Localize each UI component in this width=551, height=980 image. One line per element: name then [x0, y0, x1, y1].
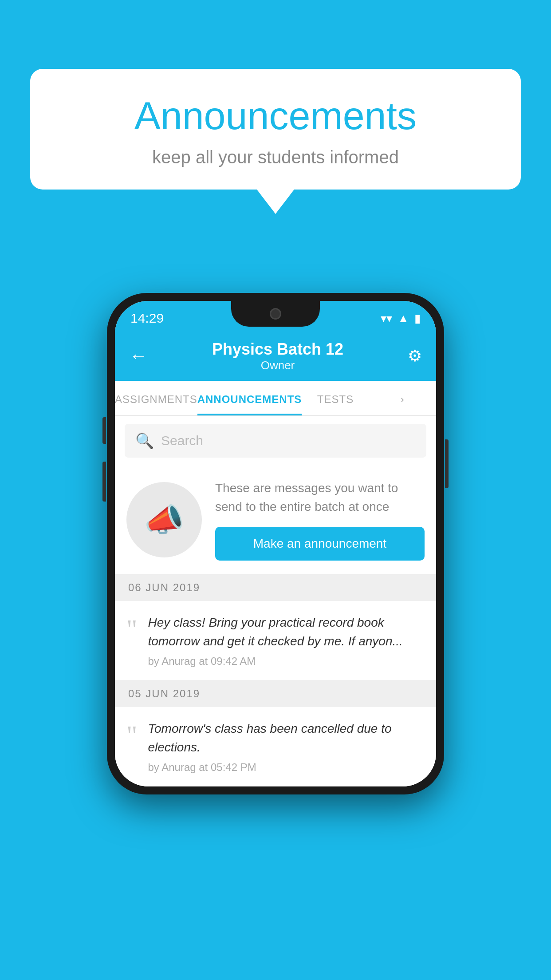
megaphone-circle: 📣: [126, 482, 202, 557]
speech-bubble-card: Announcements keep all your students inf…: [30, 69, 521, 190]
wifi-icon: ▾▾: [381, 312, 392, 325]
phone-volume-down-button: [102, 462, 106, 502]
tabs-bar: ASSIGNMENTS ANNOUNCEMENTS TESTS ›: [115, 381, 436, 416]
batch-role: Owner: [148, 359, 408, 372]
date-separator-2: 05 JUN 2019: [115, 680, 436, 707]
phone-power-button: [445, 439, 449, 488]
tab-announcements[interactable]: ANNOUNCEMENTS: [197, 381, 302, 415]
tab-assignments[interactable]: ASSIGNMENTS: [115, 381, 197, 415]
status-time: 14:29: [130, 311, 164, 326]
phone-screen: 14:29 ▾▾ ▲ ▮ ← Physics Batch 12 Owner ⚙ …: [115, 301, 436, 786]
batch-title: Physics Batch 12: [148, 340, 408, 359]
make-announcement-button[interactable]: Make an announcement: [215, 527, 425, 561]
announcement-right-panel: These are messages you want to send to t…: [215, 479, 425, 561]
announcement-text-2: Tomorrow's class has been cancelled due …: [148, 719, 425, 757]
announcement-intro-card: 📣 These are messages you want to send to…: [115, 466, 436, 574]
search-icon: 🔍: [135, 432, 154, 450]
search-placeholder: Search: [161, 433, 203, 448]
settings-icon[interactable]: ⚙: [408, 347, 422, 365]
tab-more[interactable]: ›: [369, 381, 436, 415]
signal-icon: ▲: [398, 312, 409, 325]
search-bar[interactable]: 🔍 Search: [125, 424, 426, 458]
phone-notch: [231, 301, 320, 327]
date-separator-1: 06 JUN 2019: [115, 574, 436, 601]
search-section: 🔍 Search: [115, 416, 436, 466]
quote-icon-1: ": [126, 616, 138, 642]
tab-tests[interactable]: TESTS: [302, 381, 369, 415]
speech-bubble-title: Announcements: [57, 93, 494, 138]
announcement-content-2: Tomorrow's class has been cancelled due …: [148, 719, 425, 774]
announcement-item-2[interactable]: " Tomorrow's class has been cancelled du…: [115, 707, 436, 786]
announcement-item-1[interactable]: " Hey class! Bring your practical record…: [115, 601, 436, 680]
phone-volume-up-button: [102, 417, 106, 444]
announcement-content-1: Hey class! Bring your practical record b…: [148, 613, 425, 668]
speech-bubble-section: Announcements keep all your students inf…: [30, 69, 521, 214]
app-header: ← Physics Batch 12 Owner ⚙: [115, 331, 436, 381]
quote-icon-2: ": [126, 722, 138, 748]
back-button[interactable]: ←: [129, 345, 148, 367]
phone-camera: [270, 308, 281, 320]
megaphone-icon: 📣: [144, 501, 184, 539]
speech-bubble-arrow: [257, 190, 294, 214]
phone-mockup: 14:29 ▾▾ ▲ ▮ ← Physics Batch 12 Owner ⚙ …: [107, 293, 444, 794]
announcement-meta-1: by Anurag at 09:42 AM: [148, 655, 425, 668]
announcement-text-1: Hey class! Bring your practical record b…: [148, 613, 425, 651]
status-icons: ▾▾ ▲ ▮: [381, 312, 421, 325]
phone-outer-shell: 14:29 ▾▾ ▲ ▮ ← Physics Batch 12 Owner ⚙ …: [107, 293, 444, 794]
announcement-meta-2: by Anurag at 05:42 PM: [148, 761, 425, 774]
announcement-description: These are messages you want to send to t…: [215, 479, 425, 516]
battery-icon: ▮: [414, 312, 421, 325]
speech-bubble-subtitle: keep all your students informed: [57, 147, 494, 167]
header-title-area: Physics Batch 12 Owner: [148, 340, 408, 372]
